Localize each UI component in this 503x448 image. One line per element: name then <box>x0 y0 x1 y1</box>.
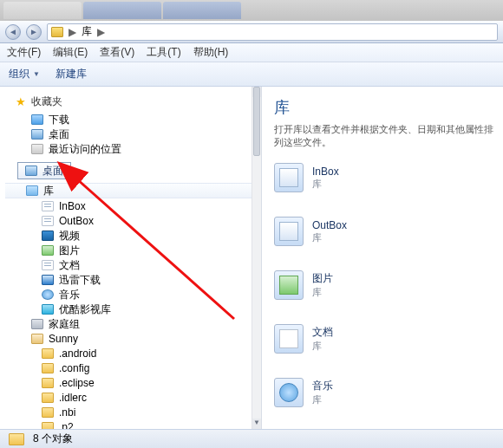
navigation-tree: ★ 收藏夹 下载 桌面 最近访问的位置 桌面 库 InBox OutBox 视频… <box>0 87 262 429</box>
chevron-right-icon: ▶ <box>69 26 76 38</box>
video-icon <box>42 230 54 241</box>
address-breadcrumb[interactable]: ▶ 库 ▶ <box>47 23 498 41</box>
menu-help[interactable]: 帮助(H) <box>193 45 229 60</box>
new-library-button[interactable]: 新建库 <box>56 67 87 81</box>
forward-button[interactable]: ► <box>26 24 42 40</box>
library-icon <box>274 217 304 246</box>
scroll-thumb[interactable] <box>253 87 260 156</box>
toolbar: 组织▼ 新建库 <box>0 62 503 87</box>
menu-tools[interactable]: 工具(T) <box>147 45 180 60</box>
tree-item-pictures[interactable]: 图片 <box>5 243 261 257</box>
tree-item-homegroup[interactable]: 家庭组 <box>5 317 261 331</box>
star-icon: ★ <box>16 95 26 108</box>
folder-icon <box>42 422 54 429</box>
library-item-music[interactable]: 音乐库 <box>274 378 369 407</box>
pictures-icon <box>42 245 54 256</box>
tree-scrollbar[interactable]: ▲ ▼ <box>252 87 261 429</box>
section-label: 收藏夹 <box>31 94 62 109</box>
tree-item-outbox[interactable]: OutBox <box>5 214 261 228</box>
browser-tabstrip <box>0 0 503 21</box>
menu-edit[interactable]: 编辑(E) <box>53 45 88 60</box>
document-icon <box>42 260 54 270</box>
tree-item-video[interactable]: 视频 <box>5 229 261 243</box>
tree-item-folder[interactable]: .p2 <box>5 420 261 429</box>
browser-tab[interactable] <box>163 2 241 19</box>
navigation-bar: ◄ ► ▶ 库 ▶ <box>0 21 503 43</box>
organize-button[interactable]: 组织▼ <box>9 67 40 81</box>
tree-item-user[interactable]: Sunny <box>5 332 261 346</box>
tree-item-folder[interactable]: .android <box>5 347 261 360</box>
library-icon <box>26 185 38 196</box>
tree-item-folder[interactable]: .idlerc <box>5 391 261 405</box>
homegroup-icon <box>31 319 43 329</box>
music-icon <box>274 378 304 407</box>
tree-item-libraries[interactable]: 库 <box>5 183 261 198</box>
tree-item-youku[interactable]: 优酷影视库 <box>5 302 261 316</box>
tree-item-music[interactable]: 音乐 <box>5 288 261 302</box>
page-title: 库 <box>274 97 494 118</box>
menu-view[interactable]: 查看(V) <box>100 45 134 60</box>
status-count: 8 个对象 <box>33 432 73 446</box>
download-icon <box>42 275 54 285</box>
library-item-outbox[interactable]: OutBox库 <box>274 217 369 246</box>
tree-item-documents[interactable]: 文档 <box>5 258 261 272</box>
tree-item-thunder[interactable]: 迅雷下载 <box>5 273 261 287</box>
browser-tab[interactable] <box>3 2 82 19</box>
recent-places-icon <box>31 144 43 154</box>
browser-tab[interactable] <box>83 2 161 19</box>
folder-icon <box>9 433 24 445</box>
music-icon <box>42 289 54 300</box>
tree-item-folder[interactable]: .eclipse <box>5 376 261 390</box>
desktop-button[interactable]: 桌面 <box>17 162 71 179</box>
breadcrumb-segment[interactable]: 库 <box>82 24 92 39</box>
back-button[interactable]: ◄ <box>5 24 21 40</box>
favorites-section[interactable]: ★ 收藏夹 <box>5 92 261 112</box>
pictures-icon <box>274 270 304 300</box>
tree-item-downloads[interactable]: 下载 <box>5 113 261 127</box>
chevron-down-icon: ▼ <box>33 70 40 78</box>
folder-icon <box>42 393 54 403</box>
library-item-pictures[interactable]: 图片库 <box>274 270 369 300</box>
menu-file[interactable]: 文件(F) <box>7 45 41 60</box>
video-library-icon <box>42 304 54 315</box>
library-icon <box>274 163 304 192</box>
folder-icon <box>42 348 54 359</box>
folder-icon <box>42 216 54 226</box>
page-subtitle: 打开库以查看文件并根据文件夹、日期和其他属性排列这些文件。 <box>274 123 494 149</box>
folder-icon <box>42 363 54 373</box>
desktop-icon <box>25 166 37 176</box>
user-icon <box>31 334 43 344</box>
library-item-documents[interactable]: 文档库 <box>274 324 369 354</box>
tree-item-folder[interactable]: .config <box>5 361 261 375</box>
folder-icon <box>42 378 54 388</box>
folder-icon <box>42 407 54 418</box>
content-pane: 库 打开库以查看文件并根据文件夹、日期和其他属性排列这些文件。 InBox库 O… <box>262 87 503 429</box>
document-icon <box>274 324 304 354</box>
scroll-down-icon[interactable]: ▼ <box>252 419 261 429</box>
status-bar: 8 个对象 <box>0 429 503 448</box>
library-item-inbox[interactable]: InBox库 <box>274 163 369 192</box>
folder-icon <box>42 201 54 211</box>
tree-item-inbox[interactable]: InBox <box>5 199 261 213</box>
chevron-right-icon: ▶ <box>97 26 105 38</box>
desktop-icon <box>31 129 43 140</box>
download-icon <box>31 114 43 125</box>
menu-bar: 文件(F) 编辑(E) 查看(V) 工具(T) 帮助(H) <box>0 43 503 62</box>
tree-item-recent[interactable]: 最近访问的位置 <box>5 142 261 156</box>
tree-item-folder[interactable]: .nbi <box>5 406 261 419</box>
library-icon <box>51 27 63 37</box>
tree-item-desktop[interactable]: 桌面 <box>5 127 261 141</box>
